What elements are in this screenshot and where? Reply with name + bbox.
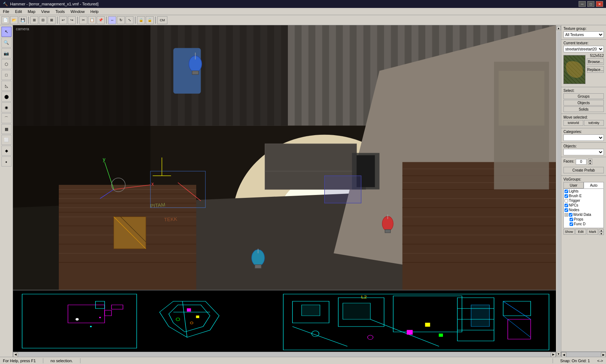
sphere-tool[interactable]: ◉	[1, 102, 12, 112]
viewport-2d-scrollbar: ◀ ▶	[13, 352, 556, 357]
viewport-2d[interactable]: L2	[13, 290, 556, 352]
auto-tab[interactable]: Auto	[584, 182, 604, 188]
paste-button[interactable]: 📌	[97, 16, 105, 24]
create-prefab-button[interactable]: Create Prefab	[563, 167, 604, 173]
vis-checkbox-npcs[interactable]	[565, 204, 568, 207]
menu-window[interactable]: Window	[67, 9, 87, 14]
texture-lock[interactable]: 🔒	[137, 16, 145, 24]
objects-button[interactable]: Objects	[563, 100, 604, 106]
titlebar: 🔨 Hammer - [terror_management_x1.vmf - T…	[0, 0, 606, 8]
to-world-button[interactable]: toWorld	[563, 120, 583, 126]
scroll-up-btn[interactable]: ▲	[557, 26, 561, 30]
vis-checkbox-triggers[interactable]	[565, 199, 568, 203]
grid3-button[interactable]: ⊠	[48, 16, 56, 24]
vis-scroll-right[interactable]: ▶	[601, 352, 606, 357]
current-texture-select[interactable]: streetart/streetart20	[563, 46, 604, 52]
translate-button[interactable]: ↔	[108, 16, 116, 24]
categories-select[interactable]	[563, 134, 604, 141]
minimize-button[interactable]: ─	[579, 1, 586, 7]
scroll-down-btn[interactable]: ▼	[557, 352, 561, 356]
texture-size: 512x512	[587, 54, 604, 58]
show-button[interactable]: Show	[563, 229, 575, 235]
vis-checkbox-nodes[interactable]	[565, 208, 568, 212]
map-canvas: L2	[13, 290, 556, 352]
cut-button[interactable]: ✂	[79, 16, 87, 24]
block-tool[interactable]: □	[1, 70, 12, 80]
save-button[interactable]: 💾	[19, 16, 27, 24]
undo-button[interactable]: ↩	[59, 16, 67, 24]
faces-input[interactable]	[576, 159, 587, 165]
menu-file[interactable]: File	[0, 9, 12, 14]
scrollbar-track[interactable]	[18, 352, 551, 357]
vis-checkbox-props[interactable]	[570, 218, 573, 221]
vertex-tool[interactable]: ◆	[1, 146, 12, 156]
faces-down[interactable]: ▼	[588, 162, 592, 165]
replace-button[interactable]: Replace...	[587, 66, 604, 73]
menu-tools[interactable]: Tools	[53, 9, 68, 14]
objects-select[interactable]	[563, 149, 604, 155]
camera-tool[interactable]: 📷	[1, 48, 12, 58]
wedge-tool[interactable]: ◺	[1, 81, 12, 91]
arch-tool[interactable]: ⌒	[1, 113, 12, 123]
to-entity-button[interactable]: toEntity	[584, 120, 604, 126]
groups-button[interactable]: Groups	[563, 93, 604, 99]
svg-marker-9	[13, 25, 150, 290]
open-button[interactable]: 📂	[10, 16, 18, 24]
vis-checkbox-lights[interactable]	[565, 190, 568, 193]
svg-rect-0	[13, 25, 556, 290]
user-tab[interactable]: User	[563, 182, 584, 188]
cylinder-tool[interactable]: ⬤	[1, 92, 12, 102]
rotate-button[interactable]: ↻	[117, 16, 125, 24]
browse-button[interactable]: Browse...	[587, 58, 604, 65]
maximize-button[interactable]: □	[587, 1, 594, 7]
vis-expand-worlddata[interactable]: -	[565, 213, 568, 217]
svg-point-6	[233, 135, 416, 290]
menu-view[interactable]: View	[38, 9, 53, 14]
svg-rect-41	[174, 48, 201, 94]
edit-button[interactable]: Edit	[575, 229, 587, 235]
clip-tool[interactable]: ⬜	[1, 135, 12, 145]
close-button[interactable]: ✕	[596, 1, 603, 7]
viewport-3d[interactable]: camera	[13, 25, 556, 290]
new-button[interactable]: 📄	[1, 16, 9, 24]
magnify-tool[interactable]: 🔍	[1, 37, 12, 48]
vis-up-btn[interactable]: ▲	[599, 229, 604, 232]
current-texture-section: Current texture: streetart/streetart20 5…	[561, 40, 606, 87]
svg-text:PITAM: PITAM	[150, 202, 166, 209]
vis-checkbox-brushe[interactable]	[565, 194, 568, 198]
texture-lock2[interactable]: 🔓	[146, 16, 154, 24]
vis-item-triggers: Trigger	[564, 198, 603, 203]
svg-marker-8	[13, 185, 556, 290]
copy-button[interactable]: 📋	[88, 16, 96, 24]
select-tool[interactable]: ↖	[1, 27, 12, 37]
grid-button[interactable]: ⊞	[30, 16, 38, 24]
scale-button[interactable]: ⤡	[126, 16, 133, 24]
scroll-left-btn[interactable]: ◀	[13, 352, 18, 357]
mark-button[interactable]: Mark	[587, 229, 598, 235]
scrollbar-thumb[interactable]	[557, 31, 561, 351]
cam-button[interactable]: CM	[157, 16, 167, 24]
decal-tool[interactable]: ⬥	[1, 156, 12, 167]
vis-scroll-track[interactable]	[566, 352, 601, 357]
solids-button[interactable]: Solids	[563, 106, 604, 112]
menu-edit[interactable]: Edit	[12, 9, 25, 14]
selection-status: no selection.	[50, 359, 73, 363]
vis-checkbox-worlddata[interactable]	[569, 213, 572, 217]
redo-button[interactable]: ↪	[68, 16, 76, 24]
entity-tool[interactable]: ⬡	[1, 59, 12, 69]
texture-group-select[interactable]: All Textures	[563, 31, 604, 38]
vis-scroll-left[interactable]: ◀	[561, 352, 566, 357]
vis-item-npcs: NPCs	[564, 203, 603, 208]
app-icon: 🔨	[3, 2, 8, 6]
vis-checkbox-funcd[interactable]	[570, 222, 573, 226]
texture-tool[interactable]: ▦	[1, 124, 12, 134]
svg-rect-37	[265, 144, 357, 171]
svg-line-48	[105, 162, 114, 190]
menu-help[interactable]: Help	[88, 9, 102, 14]
faces-up[interactable]: ▲	[588, 159, 592, 161]
menu-map[interactable]: Map	[25, 9, 38, 14]
grid2-button[interactable]: ⊟	[39, 16, 47, 24]
scroll-right-btn[interactable]: ▶	[551, 352, 556, 357]
vis-down-btn[interactable]: ▼	[599, 232, 604, 235]
svg-rect-77	[187, 308, 191, 311]
